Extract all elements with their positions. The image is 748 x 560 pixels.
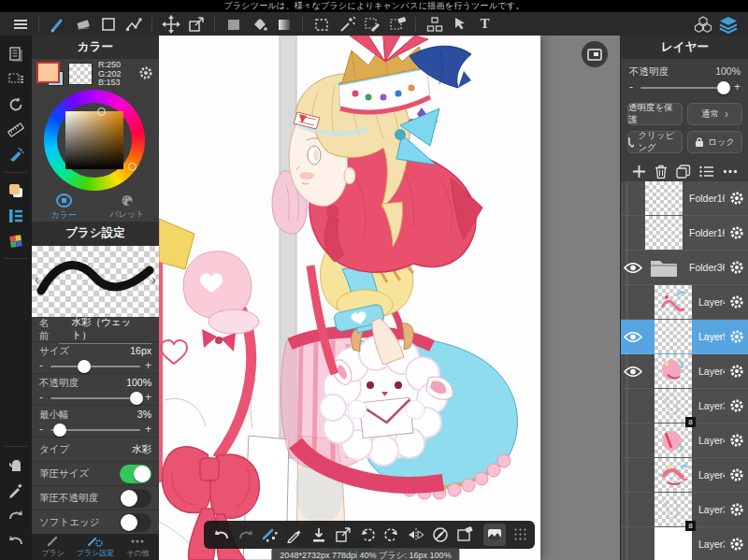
brush-preview[interactable]: ‹ › bbox=[32, 245, 159, 317]
hand-icon[interactable] bbox=[2, 452, 30, 477]
polyline-tool-icon[interactable] bbox=[121, 14, 146, 35]
transform-tool-icon[interactable] bbox=[183, 14, 209, 35]
undo-icon[interactable] bbox=[2, 527, 30, 553]
color-wheel[interactable] bbox=[32, 89, 159, 194]
layer-row[interactable]: Folder16 bbox=[621, 181, 748, 216]
soft-edge-toggle[interactable] bbox=[120, 513, 151, 532]
layer-settings-gear-icon[interactable] bbox=[725, 260, 748, 275]
image-button[interactable] bbox=[483, 524, 506, 546]
select-expand-icon[interactable] bbox=[2, 66, 30, 92]
rotate-ccw-button[interactable] bbox=[356, 524, 379, 546]
layer-settings-gear-icon[interactable] bbox=[725, 398, 748, 413]
layer-menu-button[interactable] bbox=[699, 165, 714, 178]
pressure-size-toggle[interactable] bbox=[120, 465, 151, 483]
layer-settings-gear-icon[interactable] bbox=[725, 502, 748, 517]
protect-alpha-button[interactable]: 透明度を保護 bbox=[627, 103, 683, 125]
pressure-opacity-toggle[interactable] bbox=[120, 489, 151, 508]
layer-visibility-eye-icon[interactable] bbox=[621, 262, 645, 274]
brush-name-value[interactable]: 水彩（ウェット） bbox=[59, 316, 151, 344]
more-button[interactable] bbox=[723, 169, 738, 174]
layer-row[interactable]: 8Layer38 bbox=[621, 493, 748, 527]
color-settings-gear-icon[interactable] bbox=[138, 65, 153, 80]
slider-thumb[interactable] bbox=[717, 81, 730, 94]
minus-button[interactable]: - bbox=[39, 423, 43, 436]
plus-button[interactable]: + bbox=[145, 359, 151, 372]
layer-settings-gear-icon[interactable] bbox=[725, 329, 748, 344]
layer-visibility-eye-icon[interactable] bbox=[621, 331, 645, 343]
minus-button[interactable]: - bbox=[629, 80, 633, 93]
layer-settings-gear-icon[interactable] bbox=[725, 294, 748, 309]
select-eraser-icon[interactable] bbox=[384, 14, 410, 35]
tab-palette[interactable]: パレット bbox=[95, 194, 159, 222]
foreground-color-swatch[interactable] bbox=[36, 62, 60, 83]
eyedropper-icon[interactable] bbox=[2, 477, 30, 502]
layer-row[interactable]: Layer41 bbox=[621, 285, 748, 320]
layer-row[interactable]: Folder16 bbox=[621, 216, 748, 251]
layer-row[interactable]: Layer41 bbox=[621, 424, 748, 458]
fill-rect-tool-icon[interactable] bbox=[221, 14, 246, 35]
layer-row[interactable]: Layer41 bbox=[621, 354, 748, 389]
eraser-tool-icon[interactable] bbox=[70, 14, 95, 35]
clear-button[interactable] bbox=[453, 524, 476, 546]
minus-button[interactable]: - bbox=[39, 359, 43, 372]
minus-button[interactable]: - bbox=[39, 391, 43, 404]
plus-button[interactable]: + bbox=[734, 80, 741, 93]
operation-tool-icon[interactable] bbox=[447, 14, 472, 35]
redo-button[interactable] bbox=[235, 524, 257, 546]
brush-tool-icon[interactable] bbox=[45, 14, 70, 35]
layer-row[interactable]: Layer40 bbox=[621, 458, 748, 493]
transform-button[interactable] bbox=[332, 524, 354, 546]
layer-settings-gear-icon[interactable] bbox=[725, 225, 748, 240]
slider-thumb[interactable] bbox=[53, 424, 66, 437]
layer-row[interactable]: Layer50 bbox=[621, 320, 748, 354]
tab-brush-settings[interactable]: ブラシ設定 bbox=[74, 534, 116, 560]
add-layer-button[interactable] bbox=[632, 165, 646, 179]
materials-icon[interactable] bbox=[690, 14, 715, 35]
flip-horizontal-button[interactable] bbox=[405, 524, 427, 546]
canvas-workspace[interactable] bbox=[159, 36, 620, 560]
duplicate-layer-button[interactable] bbox=[676, 165, 691, 179]
layer-row[interactable]: 8Layer38 bbox=[621, 389, 748, 424]
magic-wand-icon[interactable] bbox=[334, 14, 359, 35]
move-tool-icon[interactable] bbox=[158, 14, 183, 35]
menu-icon[interactable] bbox=[7, 14, 33, 35]
delete-layer-button[interactable] bbox=[654, 165, 668, 179]
slider-thumb[interactable] bbox=[130, 392, 143, 405]
transparent-color-swatch[interactable] bbox=[68, 63, 93, 85]
prev-brush-chevron-icon[interactable]: ‹ bbox=[35, 272, 39, 287]
redo-icon[interactable] bbox=[2, 502, 30, 527]
next-brush-chevron-icon[interactable]: › bbox=[151, 272, 156, 287]
tab-brush[interactable]: ブラシ bbox=[32, 534, 74, 560]
airbrush-icon[interactable] bbox=[2, 142, 30, 167]
brush-list-icon[interactable] bbox=[2, 203, 30, 228]
navigator-toggle-button[interactable] bbox=[582, 41, 608, 67]
divide-tool-icon[interactable] bbox=[422, 14, 447, 35]
layer-settings-gear-icon[interactable] bbox=[725, 537, 748, 552]
lock-button[interactable]: ロック bbox=[687, 131, 742, 153]
bucket-tool-icon[interactable] bbox=[246, 14, 271, 35]
brush-select-button[interactable] bbox=[259, 524, 281, 546]
ruler-icon[interactable] bbox=[2, 117, 30, 142]
layer-settings-gear-icon[interactable] bbox=[725, 433, 748, 448]
no-draw-button[interactable] bbox=[429, 524, 452, 546]
blend-mode-button[interactable]: 通常 › bbox=[687, 103, 742, 125]
sv-handle[interactable] bbox=[97, 108, 106, 116]
undo-button[interactable] bbox=[210, 524, 233, 546]
text-tool-icon[interactable]: T bbox=[472, 14, 497, 35]
gradient-tool-icon[interactable] bbox=[271, 14, 296, 35]
shape-tool-icon[interactable] bbox=[95, 14, 121, 35]
layer-row[interactable]: Folder36 bbox=[621, 251, 748, 285]
import-button[interactable] bbox=[308, 524, 330, 546]
layer-row[interactable]: Layer37 bbox=[621, 527, 748, 560]
drag-handle-icon[interactable] bbox=[513, 527, 528, 542]
tone-icon[interactable] bbox=[2, 228, 30, 253]
layers-opacity-slider[interactable]: - + bbox=[629, 80, 741, 97]
pen-button[interactable] bbox=[283, 524, 306, 546]
select-rect-tool-icon[interactable] bbox=[309, 14, 334, 35]
plus-button[interactable]: + bbox=[145, 423, 151, 436]
clipping-button[interactable]: クリッピング bbox=[627, 131, 683, 153]
layer-settings-gear-icon[interactable] bbox=[725, 191, 748, 206]
layer-settings-gear-icon[interactable] bbox=[725, 364, 748, 379]
color-swatch-icon[interactable] bbox=[2, 178, 30, 203]
pages-icon[interactable] bbox=[2, 41, 30, 66]
